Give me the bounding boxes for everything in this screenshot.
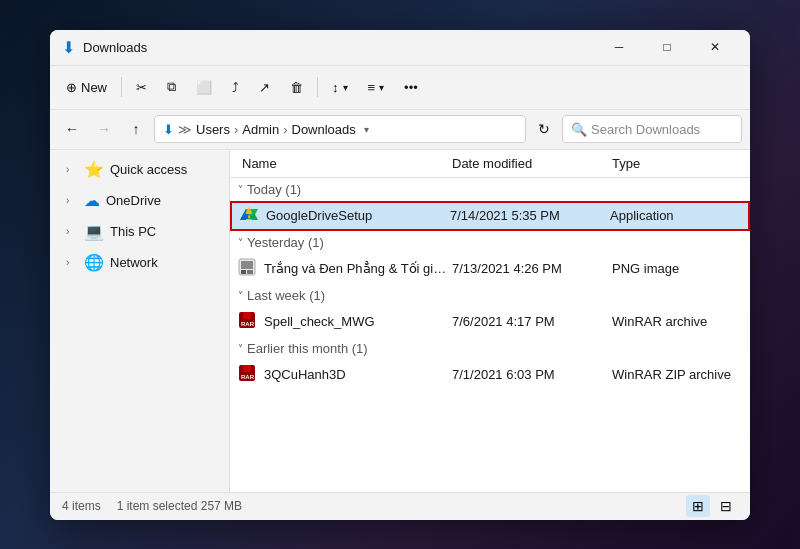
delete-icon: 🗑 bbox=[290, 80, 303, 95]
group-label-yesterday: Yesterday (1) bbox=[247, 235, 324, 250]
close-button[interactable]: ✕ bbox=[692, 32, 738, 62]
shortcut-button[interactable]: ⤴ bbox=[224, 71, 247, 103]
more-button[interactable]: ••• bbox=[396, 71, 426, 103]
group-header-today: ˅ Today (1) bbox=[230, 178, 750, 201]
file-type-3qcuhanh: WinRAR ZIP archive bbox=[612, 367, 742, 382]
toolbar: ⊕ New ✂ ⧉ ⬜ ⤴ ↗ 🗑 ↕ ▾ ≡ ▾ • bbox=[50, 66, 750, 110]
file-row-3qcuhanh[interactable]: RAR 3QCuHanh3D 7/1/2021 6:03 PM WinRAR Z… bbox=[230, 360, 750, 390]
toolbar-separator-2 bbox=[317, 77, 318, 97]
file-row-trang-den[interactable]: Trắng và Đen Phẳng & Tối giản Thức ăn ..… bbox=[230, 254, 750, 284]
googledrive-icon bbox=[240, 206, 260, 226]
path-arrow-1: › bbox=[234, 122, 238, 137]
view-icon: ≡ bbox=[368, 80, 376, 95]
svg-text:RAR: RAR bbox=[241, 321, 255, 327]
more-icon: ••• bbox=[404, 80, 418, 95]
file-date-googledrive: 7/14/2021 5:35 PM bbox=[450, 208, 610, 223]
up-button[interactable]: ↑ bbox=[122, 115, 150, 143]
group-header-earlier: ˅ Earlier this month (1) bbox=[230, 337, 750, 360]
svg-text:RAR: RAR bbox=[241, 374, 255, 380]
onedrive-icon: ☁ bbox=[84, 191, 100, 210]
sidebar-item-quick-access[interactable]: › ⭐ Quick access bbox=[54, 155, 225, 185]
sort-button[interactable]: ↕ ▾ bbox=[324, 71, 356, 103]
refresh-button[interactable]: ↻ bbox=[530, 115, 558, 143]
svg-rect-13 bbox=[247, 270, 253, 274]
window-title: Downloads bbox=[83, 40, 596, 55]
main-content: › ⭐ Quick access › ☁ OneDrive › 💻 This P… bbox=[50, 150, 750, 492]
expand-arrow-onedrive: › bbox=[66, 195, 78, 206]
file-name-trang-den: Trắng và Đen Phẳng & Tối giản Thức ăn ..… bbox=[264, 261, 452, 276]
svg-rect-15 bbox=[243, 312, 251, 319]
file-type-trang-den: PNG image bbox=[612, 261, 742, 276]
title-bar-controls: ─ □ ✕ bbox=[596, 32, 738, 62]
window-icon: ⬇ bbox=[62, 38, 75, 57]
file-list: Name Date modified Type ˅ Today (1) bbox=[230, 150, 750, 492]
expand-arrow-quick-access: › bbox=[66, 164, 78, 175]
group-label-last-week: Last week (1) bbox=[247, 288, 325, 303]
address-bar: ← → ↑ ⬇ ≫ Users › Admin › Downloads ▾ ↻ … bbox=[50, 110, 750, 150]
group-chevron-yesterday: ˅ bbox=[238, 237, 243, 248]
minimize-button[interactable]: ─ bbox=[596, 32, 642, 62]
toolbar-separator-1 bbox=[121, 77, 122, 97]
view-button[interactable]: ≡ ▾ bbox=[360, 71, 393, 103]
file-type-googledrive: Application bbox=[610, 208, 740, 223]
sidebar-label-network: Network bbox=[110, 255, 158, 270]
selected-info: 1 item selected 257 MB bbox=[117, 499, 242, 513]
file-row-spell-check[interactable]: RAR Spell_check_MWG 7/6/2021 4:17 PM Win… bbox=[230, 307, 750, 337]
column-date: Date modified bbox=[452, 156, 612, 171]
svg-rect-11 bbox=[241, 261, 253, 269]
png-icon bbox=[238, 258, 258, 280]
large-icon-view-button[interactable]: ⊟ bbox=[714, 495, 738, 517]
delete-button[interactable]: 🗑 bbox=[282, 71, 311, 103]
share-icon: ↗ bbox=[259, 80, 270, 95]
this-pc-icon: 💻 bbox=[84, 222, 104, 241]
new-icon: ⊕ bbox=[66, 80, 77, 95]
file-row-googledrive[interactable]: GoogleDriveSetup 7/14/2021 5:35 PM Appli… bbox=[230, 201, 750, 231]
group-header-last-week: ˅ Last week (1) bbox=[230, 284, 750, 307]
file-date-spell-check: 7/6/2021 4:17 PM bbox=[452, 314, 612, 329]
file-list-body: ˅ Today (1) bbox=[230, 178, 750, 492]
paste-button[interactable]: ⬜ bbox=[188, 71, 220, 103]
path-arrow-2: › bbox=[283, 122, 287, 137]
column-name: Name bbox=[238, 156, 452, 171]
title-bar: ⬇ Downloads ─ □ ✕ bbox=[50, 30, 750, 66]
item-count: 4 items bbox=[62, 499, 101, 513]
file-name-googledrive: GoogleDriveSetup bbox=[266, 208, 450, 223]
file-name-3qcuhanh: 3QCuHanh3D bbox=[264, 367, 452, 382]
breadcrumb-users[interactable]: Users bbox=[196, 122, 230, 137]
rar-icon-1: RAR bbox=[238, 311, 258, 333]
sidebar-item-network[interactable]: › 🌐 Network bbox=[54, 248, 225, 278]
group-header-yesterday: ˅ Yesterday (1) bbox=[230, 231, 750, 254]
forward-button[interactable]: → bbox=[90, 115, 118, 143]
address-path[interactable]: ⬇ ≫ Users › Admin › Downloads ▾ bbox=[154, 115, 526, 143]
new-button[interactable]: ⊕ New bbox=[58, 71, 115, 103]
rar-icon-2: RAR bbox=[238, 364, 258, 386]
sort-chevron: ▾ bbox=[343, 82, 348, 93]
share-button[interactable]: ↗ bbox=[251, 71, 278, 103]
search-box[interactable]: 🔍 Search Downloads bbox=[562, 115, 742, 143]
file-name-spell-check: Spell_check_MWG bbox=[264, 314, 452, 329]
path-chevron: ▾ bbox=[364, 124, 369, 135]
maximize-button[interactable]: □ bbox=[644, 32, 690, 62]
copy-icon: ⧉ bbox=[167, 79, 176, 95]
status-bar: 4 items 1 item selected 257 MB ⊞ ⊟ bbox=[50, 492, 750, 520]
file-date-trang-den: 7/13/2021 4:26 PM bbox=[452, 261, 612, 276]
breadcrumb-downloads[interactable]: Downloads bbox=[292, 122, 356, 137]
cut-button[interactable]: ✂ bbox=[128, 71, 155, 103]
sidebar-item-this-pc[interactable]: › 💻 This PC bbox=[54, 217, 225, 247]
details-view-button[interactable]: ⊞ bbox=[686, 495, 710, 517]
expand-arrow-this-pc: › bbox=[66, 226, 78, 237]
file-type-spell-check: WinRAR archive bbox=[612, 314, 742, 329]
path-separator-0: ≫ bbox=[178, 122, 192, 137]
status-bar-view-controls: ⊞ ⊟ bbox=[686, 495, 738, 517]
group-chevron-today: ˅ bbox=[238, 184, 243, 195]
breadcrumb-admin[interactable]: Admin bbox=[242, 122, 279, 137]
new-label: New bbox=[81, 80, 107, 95]
group-chevron-earlier: ˅ bbox=[238, 343, 243, 354]
back-button[interactable]: ← bbox=[58, 115, 86, 143]
file-date-3qcuhanh: 7/1/2021 6:03 PM bbox=[452, 367, 612, 382]
copy-button[interactable]: ⧉ bbox=[159, 71, 184, 103]
view-chevron: ▾ bbox=[379, 82, 384, 93]
file-list-header: Name Date modified Type bbox=[230, 150, 750, 178]
sidebar-item-onedrive[interactable]: › ☁ OneDrive bbox=[54, 186, 225, 216]
column-type: Type bbox=[612, 156, 742, 171]
